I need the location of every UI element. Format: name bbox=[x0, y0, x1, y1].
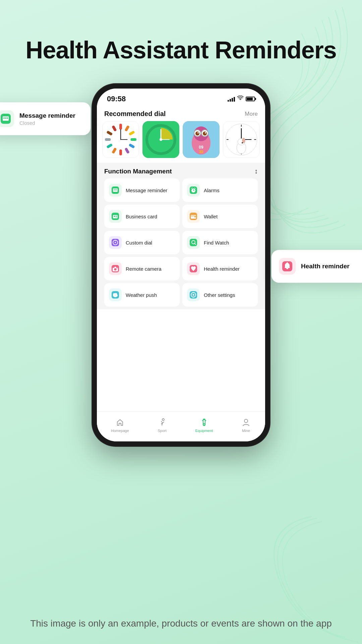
svg-point-25 bbox=[195, 131, 199, 136]
svg-point-54 bbox=[114, 216, 115, 217]
popup-health: Health reminder bbox=[272, 250, 362, 283]
mine-label: Mine bbox=[242, 429, 250, 433]
alarms-label: Alarms bbox=[204, 187, 220, 193]
svg-text:09: 09 bbox=[199, 145, 203, 150]
func-item-camera[interactable]: Remote camera bbox=[104, 257, 180, 280]
func-item-health[interactable]: Health reminder bbox=[182, 257, 258, 280]
func-item-wallet[interactable]: Wallet bbox=[182, 205, 258, 228]
homepage-icon bbox=[115, 417, 125, 427]
sport-icon bbox=[157, 417, 167, 427]
watch-face-snoopy[interactable] bbox=[223, 121, 260, 158]
other-label: Other settings bbox=[204, 292, 235, 298]
nav-sport[interactable]: Sport bbox=[157, 417, 167, 433]
popup-health-icon bbox=[279, 258, 296, 275]
status-icons bbox=[228, 96, 255, 102]
svg-point-75 bbox=[115, 293, 117, 296]
svg-rect-85 bbox=[203, 420, 205, 423]
svg-point-47 bbox=[116, 190, 117, 191]
find-label: Find Watch bbox=[204, 240, 229, 246]
more-button[interactable]: More bbox=[245, 111, 258, 117]
sort-icon[interactable]: ↕ bbox=[254, 167, 258, 175]
svg-point-89 bbox=[244, 419, 248, 423]
alarms-icon bbox=[187, 184, 200, 197]
watch-faces-row: 09 30 bbox=[97, 121, 265, 163]
svg-point-86 bbox=[203, 424, 204, 425]
svg-point-43 bbox=[242, 142, 243, 144]
func-item-find[interactable]: Find Watch bbox=[182, 231, 258, 254]
svg-point-93 bbox=[7, 117, 8, 119]
svg-text:30: 30 bbox=[199, 150, 203, 154]
function-grid: Message reminder Alarms Bu bbox=[104, 178, 258, 307]
popup-message-title: Message reminder bbox=[19, 112, 75, 119]
function-management-header: Function Management ↕ bbox=[104, 167, 258, 175]
svg-point-26 bbox=[203, 131, 207, 136]
business-label: Business card bbox=[126, 214, 157, 219]
nav-homepage[interactable]: Homepage bbox=[111, 417, 129, 433]
func-item-message[interactable]: Message reminder bbox=[104, 178, 180, 202]
phone-content: Recommended dial More bbox=[97, 106, 265, 440]
popup-message-subtitle: Closed bbox=[19, 120, 75, 126]
camera-label: Remote camera bbox=[126, 266, 162, 272]
func-item-alarms[interactable]: Alarms bbox=[182, 178, 258, 202]
bottom-nav: Homepage Sport bbox=[97, 411, 265, 440]
svg-point-83 bbox=[162, 419, 164, 421]
func-item-custom[interactable]: Custom dial bbox=[104, 231, 180, 254]
svg-rect-53 bbox=[113, 215, 118, 218]
sport-label: Sport bbox=[158, 429, 167, 433]
svg-point-46 bbox=[114, 190, 115, 191]
svg-rect-1 bbox=[119, 124, 122, 130]
popup-health-text: Health reminder bbox=[301, 263, 350, 270]
svg-point-78 bbox=[193, 294, 194, 296]
message-label: Message reminder bbox=[126, 187, 167, 193]
func-item-business[interactable]: Business card bbox=[104, 205, 180, 228]
health-icon bbox=[187, 262, 200, 275]
svg-point-62 bbox=[115, 242, 116, 243]
message-icon bbox=[109, 184, 122, 197]
homepage-label: Homepage bbox=[111, 429, 129, 433]
page-title: Health Assistant Reminders bbox=[0, 37, 362, 63]
svg-rect-4 bbox=[130, 138, 136, 141]
svg-point-45 bbox=[115, 190, 116, 191]
nav-mine[interactable]: Mine bbox=[241, 417, 251, 433]
battery-icon bbox=[246, 97, 255, 101]
svg-point-27 bbox=[197, 132, 199, 133]
camera-icon bbox=[109, 262, 122, 275]
popup-message-icon bbox=[0, 110, 14, 127]
func-item-other[interactable]: Other settings bbox=[182, 283, 258, 307]
svg-point-69 bbox=[114, 268, 117, 271]
function-management-section: Function Management ↕ Message reminder bbox=[97, 163, 265, 309]
signal-icon bbox=[228, 96, 235, 102]
svg-point-59 bbox=[194, 216, 196, 218]
svg-point-70 bbox=[117, 268, 117, 269]
equipment-label: Equipment bbox=[195, 429, 213, 433]
popup-health-title: Health reminder bbox=[301, 263, 350, 270]
disclaimer: This image is only an example, products … bbox=[0, 616, 362, 631]
nav-equipment[interactable]: Equipment bbox=[195, 417, 213, 433]
svg-point-95 bbox=[287, 262, 288, 264]
popup-message: Message reminder Closed bbox=[0, 102, 90, 135]
business-icon bbox=[109, 210, 122, 223]
find-icon bbox=[187, 236, 200, 249]
health-label: Health reminder bbox=[204, 266, 240, 272]
weather-icon bbox=[109, 288, 122, 301]
phone-frame: 09:58 bbox=[92, 84, 270, 446]
watch-face-alien[interactable]: 09 30 bbox=[183, 121, 220, 158]
watch-face-green[interactable] bbox=[142, 121, 179, 158]
func-item-weather[interactable]: Weather push bbox=[104, 283, 180, 307]
watch-face-colorful[interactable] bbox=[102, 121, 139, 158]
custom-icon bbox=[109, 236, 122, 249]
svg-rect-64 bbox=[190, 239, 197, 246]
phone-screen: 09:58 bbox=[97, 89, 265, 441]
mine-icon bbox=[241, 417, 251, 427]
popup-message-text: Message reminder Closed bbox=[19, 112, 75, 126]
equipment-icon bbox=[199, 417, 209, 427]
custom-label: Custom dial bbox=[126, 240, 152, 246]
wallet-icon bbox=[187, 210, 200, 223]
status-time: 09:58 bbox=[107, 95, 126, 103]
svg-rect-7 bbox=[119, 149, 122, 155]
status-bar: 09:58 bbox=[97, 89, 265, 106]
wallet-label: Wallet bbox=[204, 214, 218, 219]
svg-point-19 bbox=[160, 138, 162, 141]
recommended-dial-title: Recommended dial bbox=[104, 110, 166, 118]
recommended-dial-header: Recommended dial More bbox=[97, 106, 265, 121]
